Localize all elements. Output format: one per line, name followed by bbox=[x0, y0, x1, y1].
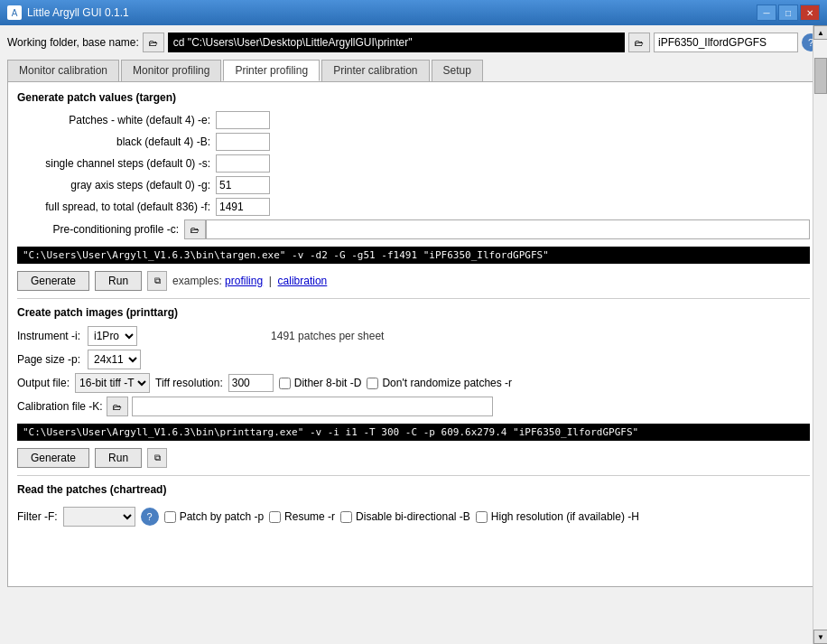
instrument-row: Instrument -i: i1Pro 1491 patches per sh… bbox=[17, 326, 810, 346]
tab-printer-profiling[interactable]: Printer profiling bbox=[223, 60, 320, 81]
single-channel-input[interactable] bbox=[216, 154, 270, 173]
patches-white-label: Patches - white (default 4) -e: bbox=[17, 114, 216, 126]
full-spread-input[interactable] bbox=[216, 198, 270, 216]
basename-input[interactable] bbox=[654, 33, 798, 52]
dont-randomize-label: Don't randomize patches -r bbox=[382, 377, 512, 389]
instrument-label: Instrument -i: bbox=[17, 330, 80, 342]
printtarg-copy-button[interactable]: ⧉ bbox=[147, 448, 167, 468]
patch-by-patch-row[interactable]: Patch by patch -p bbox=[164, 510, 264, 523]
instrument-select[interactable]: i1Pro bbox=[88, 326, 137, 346]
patches-white-input[interactable] bbox=[216, 111, 270, 129]
output-file-select[interactable]: 16-bit tiff -T bbox=[75, 373, 150, 393]
working-folder-row: Working folder, base name: 🗁 cd "C:\User… bbox=[7, 33, 820, 52]
printtarg-section-title: Create patch images (printtarg) bbox=[17, 306, 810, 319]
dither-8bit-row[interactable]: Dither 8-bit -D bbox=[279, 377, 362, 389]
printtarg-generate-button[interactable]: Generate bbox=[17, 448, 89, 468]
calib-file-input[interactable] bbox=[132, 397, 493, 416]
browse-folder-button[interactable]: 🗁 bbox=[143, 33, 164, 52]
working-folder-path: cd "C:\Users\User\Desktop\LittleArgyllGU… bbox=[168, 33, 625, 52]
tabs-row: Monitor calibration Monitor profiling Pr… bbox=[7, 60, 820, 81]
examples-text: examples: profiling | calibration bbox=[172, 275, 327, 287]
full-spread-label: full spread, to total (default 836) -f: bbox=[17, 201, 216, 213]
app-title: Little Argyll GUI 0.1.1 bbox=[27, 6, 757, 19]
scroll-down-arrow[interactable]: ▼ bbox=[813, 630, 827, 644]
patches-white-row: Patches - white (default 4) -e: bbox=[17, 111, 810, 129]
disable-bidirectional-row[interactable]: Disable bi-directional -B bbox=[340, 510, 470, 523]
calib-file-row: Calibration file -K: 🗁 bbox=[17, 397, 810, 416]
chartread-section-title: Read the patches (chartread) bbox=[17, 483, 810, 496]
pre-cond-browse-button[interactable]: 🗁 bbox=[184, 219, 206, 239]
chartread-help-button[interactable]: ? bbox=[141, 508, 159, 526]
page-size-row: Page size -p: 24x11 bbox=[17, 350, 810, 369]
close-button[interactable]: ✕ bbox=[800, 5, 820, 21]
high-resolution-row[interactable]: High resolution (if available) -H bbox=[476, 510, 639, 523]
printer-profiling-panel: Generate patch values (targen) Patches -… bbox=[7, 81, 820, 587]
targen-btn-row: Generate Run ⧉ examples: profiling | cal… bbox=[17, 271, 810, 291]
high-resolution-checkbox[interactable] bbox=[476, 511, 488, 523]
window-controls: ─ □ ✕ bbox=[757, 5, 820, 21]
targen-run-button[interactable]: Run bbox=[95, 271, 142, 291]
title-bar: A Little Argyll GUI 0.1.1 ─ □ ✕ bbox=[0, 0, 827, 25]
minimize-button[interactable]: ─ bbox=[757, 5, 776, 21]
scrollbar: ▲ ▼ bbox=[813, 25, 827, 644]
calib-browse-button[interactable]: 🗁 bbox=[107, 397, 128, 416]
high-resolution-label: High resolution (if available) -H bbox=[491, 510, 639, 523]
app-icon: A bbox=[7, 5, 22, 20]
dont-randomize-checkbox[interactable] bbox=[367, 378, 378, 389]
targen-copy-button[interactable]: ⧉ bbox=[147, 271, 167, 291]
tiff-res-input[interactable] bbox=[228, 374, 274, 392]
gray-axis-input[interactable] bbox=[216, 176, 270, 194]
filter-select[interactable] bbox=[63, 507, 135, 527]
printtarg-run-button[interactable]: Run bbox=[95, 448, 142, 468]
printtarg-btn-row: Generate Run ⧉ bbox=[17, 448, 810, 468]
dither-8bit-label: Dither 8-bit -D bbox=[294, 377, 362, 389]
patches-black-row: black (default 4) -B: bbox=[17, 133, 810, 151]
patches-black-input[interactable] bbox=[216, 133, 270, 151]
targen-generate-button[interactable]: Generate bbox=[17, 271, 89, 291]
gray-axis-row: gray axis steps (default 0) -g: bbox=[17, 176, 810, 194]
patches-black-label: black (default 4) -B: bbox=[17, 135, 216, 148]
gray-axis-label: gray axis steps (default 0) -g: bbox=[17, 179, 216, 191]
main-content: Working folder, base name: 🗁 cd "C:\User… bbox=[0, 25, 827, 594]
tab-monitor-profiling[interactable]: Monitor profiling bbox=[121, 60, 221, 81]
dont-randomize-row[interactable]: Don't randomize patches -r bbox=[367, 377, 512, 389]
targen-section-title: Generate patch values (targen) bbox=[17, 91, 810, 104]
single-channel-label: single channel steps (default 0) -s: bbox=[17, 157, 216, 170]
printtarg-cmd-bar: "C:\Users\User\Argyll_V1.6.3\bin\printta… bbox=[17, 424, 810, 441]
pre-cond-label: Pre-conditioning profile -c: bbox=[17, 223, 184, 236]
page-size-label: Page size -p: bbox=[17, 353, 80, 366]
resume-checkbox[interactable] bbox=[269, 511, 281, 523]
filter-label: Filter -F: bbox=[17, 510, 58, 523]
full-spread-row: full spread, to total (default 836) -f: bbox=[17, 198, 810, 216]
tab-printer-calibration[interactable]: Printer calibration bbox=[321, 60, 429, 81]
scrollbar-thumb[interactable] bbox=[814, 58, 827, 94]
scroll-up-arrow[interactable]: ▲ bbox=[813, 25, 827, 40]
calib-file-label: Calibration file -K: bbox=[17, 400, 103, 413]
tab-setup[interactable]: Setup bbox=[432, 60, 483, 81]
single-channel-row: single channel steps (default 0) -s: bbox=[17, 154, 810, 173]
working-folder-label: Working folder, base name: bbox=[7, 36, 139, 49]
disable-bidirectional-checkbox[interactable] bbox=[340, 511, 352, 523]
pre-cond-input[interactable] bbox=[206, 219, 810, 239]
patch-by-patch-label: Patch by patch -p bbox=[180, 510, 264, 523]
targen-cmd-bar: "C:\Users\User\Argyll_V1.6.3\bin\targen.… bbox=[17, 247, 810, 264]
calibration-link[interactable]: calibration bbox=[278, 275, 328, 287]
page-size-select[interactable]: 24x11 bbox=[88, 350, 141, 369]
tiff-res-label: Tiff resolution: bbox=[155, 377, 223, 389]
resume-label: Resume -r bbox=[284, 510, 335, 523]
tab-monitor-calibration[interactable]: Monitor calibration bbox=[7, 60, 119, 81]
maximize-button[interactable]: □ bbox=[778, 5, 798, 21]
patch-by-patch-checkbox[interactable] bbox=[164, 511, 176, 523]
filter-row: Filter -F: ? Patch by patch -p Resume -r… bbox=[17, 503, 810, 530]
dither-8bit-checkbox[interactable] bbox=[279, 378, 291, 389]
profiling-link[interactable]: profiling bbox=[225, 275, 263, 287]
output-file-label: Output file: bbox=[17, 377, 70, 389]
output-file-row: Output file: 16-bit tiff -T Tiff resolut… bbox=[17, 373, 810, 393]
pre-cond-row: Pre-conditioning profile -c: 🗁 bbox=[17, 219, 810, 239]
copy-path-button[interactable]: 🗁 bbox=[628, 33, 650, 52]
resume-row[interactable]: Resume -r bbox=[269, 510, 335, 523]
disable-bidirectional-label: Disable bi-directional -B bbox=[356, 510, 470, 523]
patches-info: 1491 patches per sheet bbox=[271, 330, 384, 342]
